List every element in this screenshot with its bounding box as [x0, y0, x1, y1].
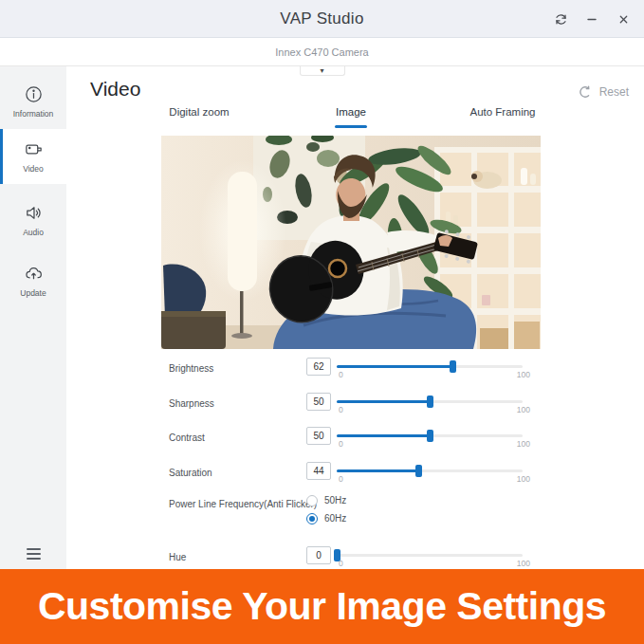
slider-row-saturation: Saturation 44 0 100	[161, 462, 612, 483]
brightness-slider[interactable]: 0 100	[337, 358, 523, 378]
sidebar-item-audio[interactable]: Audio	[0, 193, 66, 248]
app-body: ▾ Information Video Audio	[0, 66, 644, 569]
speaker-icon	[24, 203, 44, 223]
slider-label: Saturation	[169, 468, 212, 478]
sidebar-item-label: Information	[13, 109, 54, 119]
camera-preview-image	[161, 136, 541, 349]
hue-value-field[interactable]: 0	[306, 546, 331, 564]
slider-handle[interactable]	[427, 430, 433, 442]
camera-name[interactable]: Innex C470 Camera	[0, 38, 644, 66]
slider-handle[interactable]	[415, 465, 422, 477]
sidebar-item-label: Video	[23, 164, 44, 174]
window-controls	[553, 0, 631, 38]
slider-min-label: 0	[339, 439, 343, 449]
slider-min-label: 0	[339, 370, 343, 379]
anti-flicker-label: Power Line Frequency(Anti Flicker)	[169, 499, 317, 509]
promo-banner: Customise Your Image Settings	[0, 569, 644, 644]
camera-dropdown-caret-icon[interactable]: ▾	[300, 66, 345, 76]
slider-max-label: 100	[517, 405, 530, 414]
radio-label: 60Hz	[324, 513, 346, 524]
minimize-icon[interactable]	[584, 11, 599, 27]
sidebar-item-video[interactable]: Video	[0, 129, 66, 184]
titlebar: VAP Studio	[0, 0, 644, 38]
reset-label: Reset	[599, 85, 629, 99]
slider-label: Brightness	[169, 363, 213, 374]
tab-auto-framing[interactable]: Auto Framing	[427, 106, 579, 121]
brightness-value-field[interactable]: 62	[306, 358, 331, 376]
tab-bar: Digital zoom Image Auto Framing	[123, 106, 579, 121]
slider-handle[interactable]	[427, 396, 433, 408]
app-window: VAP Studio Innex C470 Camera ▾	[0, 0, 644, 644]
slider-label: Contrast	[169, 432, 205, 443]
radio-label: 50Hz	[324, 495, 346, 506]
slider-min-label: 0	[339, 405, 343, 414]
sidebar-item-update[interactable]: Update	[0, 253, 66, 308]
slider-max-label: 100	[517, 474, 530, 484]
sidebar-item-information[interactable]: Information	[0, 74, 66, 129]
tab-image[interactable]: Image	[275, 106, 427, 121]
hue-slider[interactable]: 0 100	[337, 546, 523, 567]
camera-selector-bar: Innex C470 Camera	[0, 38, 644, 66]
sidebar-item-label: Update	[20, 288, 46, 298]
saturation-slider[interactable]: 0 100	[337, 462, 523, 483]
slider-label: Sharpness	[169, 398, 214, 409]
sidebar-item-label: Audio	[23, 228, 44, 237]
slider-min-label: 0	[339, 559, 343, 568]
slider-row-brightness: Brightness 62 0 100	[161, 358, 612, 378]
tab-digital-zoom[interactable]: Digital zoom	[123, 106, 275, 121]
app-title: VAP Studio	[0, 0, 644, 38]
radio-50hz[interactable]: 50Hz	[306, 494, 346, 506]
radio-circle-icon	[306, 513, 318, 524]
slider-row-hue: Hue 0 0 100	[161, 546, 612, 567]
info-circle-icon	[24, 84, 44, 104]
slider-min-label: 0	[339, 474, 343, 484]
slider-row-sharpness: Sharpness 50 0 100	[161, 393, 612, 414]
main-content: Video Reset Digital zoom Image Auto Fram…	[66, 66, 644, 569]
sharpness-slider[interactable]: 0 100	[337, 393, 523, 414]
slider-row-contrast: Contrast 50 0 100	[161, 427, 612, 448]
contrast-value-field[interactable]: 50	[306, 427, 331, 445]
cloud-upload-icon	[24, 264, 44, 284]
radio-circle-icon	[306, 495, 318, 506]
reset-button[interactable]: Reset	[579, 85, 629, 99]
sidebar: Information Video Audio Update	[0, 66, 66, 569]
slider-label: Hue	[169, 552, 186, 562]
frequency-radio-group: 50Hz 60Hz	[306, 494, 346, 524]
reset-circular-arrow-icon	[579, 85, 592, 99]
sharpness-value-field[interactable]: 50	[306, 393, 331, 411]
saturation-value-field[interactable]: 44	[306, 462, 331, 480]
slider-max-label: 100	[517, 439, 530, 449]
anti-flicker-row: Power Line Frequency(Anti Flicker) 50Hz …	[161, 492, 612, 530]
slider-handle[interactable]	[450, 360, 456, 373]
refresh-icon[interactable]	[553, 11, 568, 27]
video-camera-icon	[24, 139, 44, 159]
slider-max-label: 100	[517, 370, 530, 379]
contrast-slider[interactable]: 0 100	[337, 427, 523, 448]
page-title: Video	[90, 78, 140, 101]
slider-max-label: 100	[517, 559, 530, 568]
hamburger-menu-icon[interactable]	[0, 548, 66, 560]
radio-60hz[interactable]: 60Hz	[306, 512, 346, 524]
close-icon[interactable]	[616, 11, 631, 27]
